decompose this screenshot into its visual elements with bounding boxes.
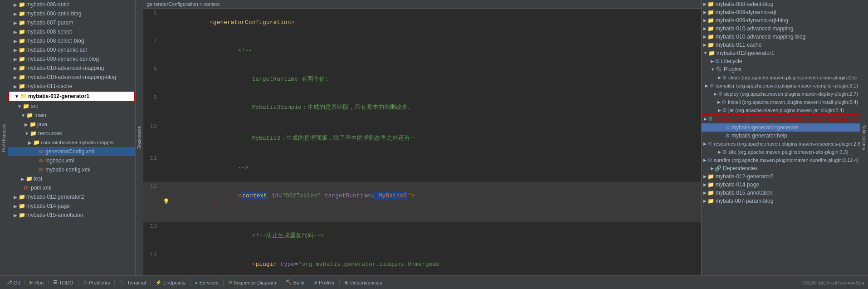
toolbar-separator	[48, 279, 49, 286]
maven-site[interactable]: ▶ ⚙ site (org.apache.maven.plugins:maven…	[702, 148, 860, 156]
services-icon: ●	[195, 280, 198, 285]
folder-icon: 📁	[18, 28, 25, 35]
tree-item-mybatis-012-generator2[interactable]: ▶ 📁 mybatis-012-generator2	[8, 192, 135, 201]
chevron-right-icon: ▶	[717, 100, 721, 104]
tree-item-mybatis-014-page[interactable]: ▶ 📁 mybatis-014-page	[8, 201, 135, 211]
editor-line-9: 9 MyBatis3Simple：生成的是基础版，只有基本的增删改查。	[143, 93, 701, 122]
tree-item-mybatis-015-annotation[interactable]: ▶ 📁 mybatis-015-annotation	[8, 211, 135, 220]
gutter-8	[161, 65, 171, 93]
tree-item-mybatis-011-cache[interactable]: ▶ 📁 mybatis-011-cache	[8, 82, 135, 91]
maven-resources[interactable]: ▶ ⚙ resources (org.apache.maven.plugins:…	[702, 140, 860, 148]
maven-item-label: jar (org.apache.maven.plugins:maven-jar-…	[728, 108, 844, 113]
tree-item-mybatis-008-select[interactable]: ▶ 📁 mybatis-008-select	[8, 27, 135, 36]
profiler-button[interactable]: ◈ Profiler	[311, 279, 337, 286]
tree-item-pom[interactable]: m pom.xml	[8, 183, 135, 192]
chevron-right-icon: ▶	[703, 18, 707, 23]
maven-mybatis-009-dynamic-sql-blog[interactable]: ▶ 📁 mybatis-009-dynamic-sql-blog	[702, 16, 860, 24]
maven-mybatis-012-generator1[interactable]: ▼ 📁 mybatis-012-generator1	[702, 49, 860, 57]
tree-item-mybatis-010-advanced-mapping-blog[interactable]: ▶ 📁 mybatis-010-advanced-mapping-blog	[8, 73, 135, 82]
line-content-11: -->	[171, 154, 701, 182]
chevron-right-icon: ▶	[703, 199, 707, 203]
maven-mybatis-014-page[interactable]: ▶ 📁 mybatis-014-page	[702, 181, 860, 189]
maven-mybatis-009-dynamic-sql[interactable]: ▶ 📁 mybatis-009-dynamic-sql	[702, 8, 860, 16]
chevron-right-icon: ▶	[703, 26, 707, 31]
terminal-label: Terminal	[127, 280, 146, 285]
maven-lifecycle[interactable]: ▶ ♻ Lifecycle	[702, 57, 860, 65]
tree-label: mybatis-009-dynamic-sql-blog	[26, 56, 99, 62]
toolbar-right-text: CSDN @ChinaRainbowSea	[802, 280, 864, 285]
maven-compiler[interactable]: ▶ ⚙ compiler (org.apache.maven.plugins:m…	[702, 82, 860, 90]
chevron-right-icon: ▶	[711, 166, 714, 171]
maven-mybatis-generator[interactable]: ▶ ⚙ mybatis-generator (org.mybatis.gener…	[702, 114, 860, 123]
maven-panel: ▶ 📁 mybatis-008-select-blog ▶ 📁 mybatis-…	[701, 0, 860, 275]
dependencies-button[interactable]: ◉ Dependencies	[341, 279, 385, 286]
maven-mybatis-012-generator2[interactable]: ▶ 📁 mybatis-012-generator2	[702, 172, 860, 181]
tree-item-java[interactable]: ▶ 📁 java	[8, 120, 135, 129]
run-button[interactable]: ▶ Run	[27, 279, 46, 286]
maven-mybatis-generator-generate[interactable]: ⚙ mybatis-generator:generate	[702, 123, 860, 132]
tree-label: mybatis-006-antic-blog	[26, 10, 81, 17]
tree-label: mybatis-009-dynamic-sql	[26, 47, 87, 53]
maven-mybatis-011-cache[interactable]: ▶ 📁 mybatis-011-cache	[702, 41, 860, 49]
tree-item-main[interactable]: ▼ 📁 main	[8, 111, 135, 120]
chevron-right-icon: ▶	[718, 75, 721, 80]
maven-deploy[interactable]: ▶ ⚙ deploy (org.apache.maven.plugins:mav…	[702, 90, 860, 98]
tree-item-test[interactable]: ▶ 📁 test	[8, 174, 135, 183]
maven-mybatis-015-annotation[interactable]: ▶ 📁 mybatis-015-annotation	[702, 189, 860, 197]
maven-mybatis-010-advanced-mapping-blog[interactable]: ▶ 📁 mybatis-010-advanced-mapping-blog	[702, 33, 860, 41]
problems-button[interactable]: ⚠ Problems	[80, 279, 112, 286]
tree-item-mybatis-006-antic[interactable]: ▶ 📁 mybatis-006-antic	[8, 0, 135, 9]
git-icon: ⎇	[6, 279, 12, 285]
folder-icon: 📁	[18, 83, 25, 90]
maven-install[interactable]: ▶ ⚙ install (org.apache.maven.plugins:ma…	[702, 98, 860, 106]
todo-button[interactable]: ☰ TODO	[50, 279, 76, 286]
tree-item-mybatis-012-generator1[interactable]: ▼ 📁 mybatis-012-generator1	[8, 91, 135, 102]
maven-surefire[interactable]: ▶ ⚙ surefire (org.apache.maven.plugins:m…	[702, 156, 860, 164]
tree-item-logback[interactable]: ⚙ logback.xml	[8, 156, 135, 165]
line-num: 6	[143, 9, 161, 37]
maven-mybatis-010-advanced-mapping[interactable]: ▶ 📁 mybatis-010-advanced-mapping	[702, 24, 860, 33]
tree-item-src[interactable]: ▼ 📁 src	[8, 102, 135, 111]
todo-label: TODO	[59, 280, 73, 285]
line-num: 14	[143, 250, 161, 275]
maven-content: ▶ 📁 mybatis-008-select-blog ▶ 📁 mybatis-…	[702, 0, 860, 275]
tree-item-mybatis-007-param[interactable]: ▶ 📁 mybatis-007-param	[8, 18, 135, 27]
maven-mybatis-008-select-blog[interactable]: ▶ 📁 mybatis-008-select-blog	[702, 0, 860, 8]
tree-item-mapper-pkg[interactable]: ▶ 📁 com.rainbowsea.mybatis.mapper	[8, 138, 135, 147]
tree-item-mybatis-006-antic-blog[interactable]: ▶ 📁 mybatis-006-antic-blog	[8, 9, 135, 18]
tree-item-generatorConfig[interactable]: ⚙ generatorConfig.xml	[8, 147, 135, 156]
terminal-button[interactable]: ⬛ Terminal	[117, 279, 149, 286]
build-button[interactable]: 🔨 Build	[283, 279, 307, 286]
tree-item-resources[interactable]: ▼ 📁 resources	[8, 129, 135, 138]
editor-line-10: 10 MyBatis3：生成的是增强版，除了基本的增删改查之外还有→	[143, 122, 701, 154]
folder-icon: 📁	[20, 93, 27, 100]
bulb-icon[interactable]: 💡	[163, 198, 170, 206]
editor-line-13: 13 <!--防止生成重复代码-->	[143, 222, 701, 250]
folder-icon: 📁	[18, 64, 25, 72]
maven-dependencies[interactable]: ▶ 🔗 Dependencies	[702, 164, 860, 172]
sequence-diagram-button[interactable]: ≋ Sequence Diagram	[225, 279, 279, 286]
maven-clean[interactable]: ▶ ⚙ clean (org.apache.maven.plugins:mave…	[702, 73, 860, 82]
folder-icon: 📁	[23, 103, 30, 110]
maven-folder-icon: 📁	[707, 190, 714, 196]
editor-content[interactable]: 6 <generatorConfiguration> 7 <!-- 8	[143, 9, 701, 275]
tree-item-mybatis-009-dynamic-sql[interactable]: ▶ 📁 mybatis-009-dynamic-sql	[8, 45, 135, 54]
maven-jar[interactable]: ▶ ⚙ jar (org.apache.maven.plugins:maven-…	[702, 106, 860, 114]
chevron-right-icon: ▶	[714, 92, 717, 96]
folder-icon: 📁	[26, 112, 34, 119]
line-num: 8	[143, 65, 161, 93]
maven-mybats-007-param-blog[interactable]: ▶ 📁 mybats-007-param-blog	[702, 197, 860, 205]
git-button[interactable]: ⎇ Git	[4, 279, 23, 286]
endpoints-button[interactable]: ⚡ Endpoints	[153, 279, 188, 286]
tree-item-mybatis-009-dynamic-sql-blog[interactable]: ▶ 📁 mybatis-009-dynamic-sql-blog	[8, 54, 135, 64]
tree-label: main	[34, 112, 46, 118]
gutter-10	[161, 122, 171, 154]
maven-plugins[interactable]: ▼ 🔌 Plugins	[702, 65, 860, 73]
maven-item-label: mybatis-generator:help	[731, 132, 787, 139]
tree-item-mybatis-008-select-blog[interactable]: ▶ 📁 mybatis-008-select-blog	[8, 36, 135, 45]
maven-mybatis-generator-help[interactable]: ⚙ mybatis-generator:help	[702, 132, 860, 140]
tree-item-mybatis-config[interactable]: ⚙ mybatis-config.xml	[8, 165, 135, 174]
services-button[interactable]: ● Services	[192, 279, 221, 286]
tree-item-mybatis-010-advanced-mapping[interactable]: ▶ 📁 mybatis-010-advanced-mapping	[8, 64, 135, 73]
maven-item-label: deploy (org.apache.maven.plugins:maven-d…	[724, 91, 858, 97]
